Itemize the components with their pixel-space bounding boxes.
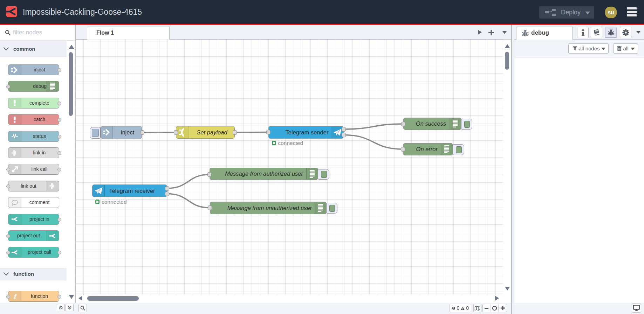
input-port[interactable] — [174, 130, 178, 135]
input-port[interactable] — [207, 172, 212, 177]
sidebar-help-tab-button[interactable] — [591, 27, 602, 38]
tab-flow-1[interactable]: Flow 1 — [87, 27, 170, 40]
output-port[interactable] — [165, 186, 169, 191]
input-port[interactable] — [208, 205, 212, 210]
wire[interactable] — [235, 132, 268, 133]
flow-node-inject-node[interactable]: inject — [101, 126, 142, 139]
user-avatar[interactable]: su — [605, 7, 617, 18]
wire[interactable] — [344, 124, 403, 129]
input-port[interactable] — [6, 295, 10, 299]
flow-list-caret[interactable] — [502, 31, 507, 34]
palette-node-debug[interactable]: debug — [8, 81, 59, 92]
palette-node-project-call[interactable]: project call — [8, 247, 59, 258]
palette-node-project-out[interactable]: project out — [8, 230, 59, 241]
output-port[interactable] — [57, 151, 61, 155]
output-port[interactable] — [342, 133, 346, 137]
palette-scroll-down-arrow[interactable] — [69, 295, 74, 299]
navigator-button[interactable] — [473, 304, 481, 312]
output-port[interactable] — [165, 191, 169, 196]
debug-toggle-button[interactable] — [326, 203, 338, 214]
sidebar-resize-handle[interactable] — [512, 25, 514, 314]
canvas-search-button[interactable] — [78, 304, 87, 312]
palette-scrollbar-thumb[interactable] — [69, 52, 73, 116]
canvas-hscrollbar-thumb[interactable] — [87, 296, 139, 301]
input-port[interactable] — [6, 251, 10, 254]
palette-node-link-call[interactable]: link call — [8, 164, 59, 175]
output-port[interactable] — [57, 68, 61, 72]
canvas-scroll-up-arrow[interactable] — [505, 44, 510, 48]
sidebar-config-tab-button[interactable] — [620, 27, 631, 38]
wire[interactable] — [142, 132, 176, 133]
palette-node-status[interactable]: status — [8, 131, 59, 142]
input-port[interactable] — [6, 168, 10, 172]
palette-node-catch[interactable]: catch — [8, 114, 59, 125]
palette-node-project-in[interactable]: project in — [8, 214, 59, 225]
palette-collapse-all-button[interactable] — [57, 304, 65, 311]
output-port[interactable] — [57, 218, 61, 222]
input-port[interactable] — [266, 130, 270, 134]
palette-search-input[interactable] — [13, 25, 69, 40]
palette-node-link-out[interactable]: link out — [8, 181, 59, 191]
canvas-scroll-right-arrow[interactable] — [495, 296, 499, 301]
sidebar-debug-tab-button[interactable] — [605, 27, 617, 38]
notification-counters[interactable]: 0 0 — [450, 304, 471, 312]
main-menu-button[interactable] — [627, 7, 637, 16]
wire[interactable] — [344, 135, 403, 149]
palette-node-link-in[interactable]: link in — [8, 147, 59, 158]
tab-debug[interactable]: debug — [516, 27, 573, 40]
output-port[interactable] — [57, 135, 61, 139]
deploy-options-caret[interactable] — [585, 12, 590, 14]
add-flow-button[interactable] — [488, 29, 495, 36]
inject-button[interactable] — [90, 127, 101, 139]
output-port[interactable] — [140, 130, 144, 135]
palette-node-comment[interactable]: comment — [8, 197, 59, 208]
flow-node-msg-unauth[interactable]: Message from unautherized user — [210, 202, 327, 214]
output-port[interactable] — [57, 168, 61, 172]
palette-node-function[interactable]: ffunction — [8, 291, 59, 302]
debug-clear-button[interactable]: all — [613, 43, 638, 54]
flow-node-telegram-receiver[interactable]: Telegram receiver — [92, 184, 167, 197]
debug-toggle-button[interactable] — [453, 144, 464, 155]
flow-node-on-error[interactable]: On error — [403, 143, 453, 156]
canvas-scroll-down-arrow[interactable] — [505, 287, 510, 291]
flow-node-set-payload[interactable]: Set payload — [176, 126, 235, 139]
palette-search[interactable] — [0, 25, 75, 41]
input-port[interactable] — [401, 122, 405, 126]
palette-category-function[interactable]: function — [0, 268, 67, 280]
zoom-out-button[interactable] — [483, 304, 491, 312]
palette-scroll-up-arrow[interactable] — [69, 45, 74, 49]
next-tab-button[interactable] — [478, 30, 482, 35]
palette-node-inject[interactable]: inject — [8, 64, 59, 75]
wire[interactable] — [167, 194, 210, 208]
deploy-button[interactable]: Deploy — [539, 6, 594, 19]
sidebar-menu-caret[interactable] — [636, 31, 640, 34]
zoom-in-button[interactable] — [499, 304, 507, 312]
wire[interactable] — [167, 175, 210, 189]
debug-messages-panel[interactable] — [514, 58, 644, 303]
flow-node-on-success[interactable]: On success — [403, 118, 461, 130]
input-port[interactable] — [6, 184, 10, 188]
zoom-reset-button[interactable] — [491, 304, 499, 312]
open-debug-window-button[interactable] — [632, 303, 641, 313]
canvas-vscrollbar-thumb[interactable] — [505, 52, 509, 70]
canvas-scroll-left-arrow[interactable] — [78, 296, 82, 301]
sidebar-info-tab-button[interactable] — [577, 27, 589, 38]
debug-toggle-button[interactable] — [318, 169, 329, 180]
output-port[interactable] — [57, 251, 61, 254]
output-port[interactable] — [342, 127, 346, 132]
input-port[interactable] — [6, 234, 10, 238]
flow-node-telegram-sender[interactable]: Telegram sender — [268, 126, 344, 139]
output-port[interactable] — [57, 102, 61, 105]
flowfuse-logo[interactable] — [6, 6, 17, 17]
output-port[interactable] — [57, 118, 61, 122]
palette-node-complete[interactable]: complete — [8, 98, 59, 109]
debug-filter-button[interactable]: all nodes — [568, 43, 609, 54]
palette-expand-all-button[interactable] — [66, 304, 74, 311]
flow-node-msg-auth[interactable]: Message from autherized user — [210, 168, 318, 180]
debug-toggle-button[interactable] — [461, 119, 473, 130]
output-port[interactable] — [233, 130, 237, 135]
input-port[interactable] — [401, 147, 405, 152]
input-port[interactable] — [6, 85, 10, 89]
output-port[interactable] — [57, 295, 61, 299]
palette-category-common[interactable]: common — [0, 41, 67, 57]
